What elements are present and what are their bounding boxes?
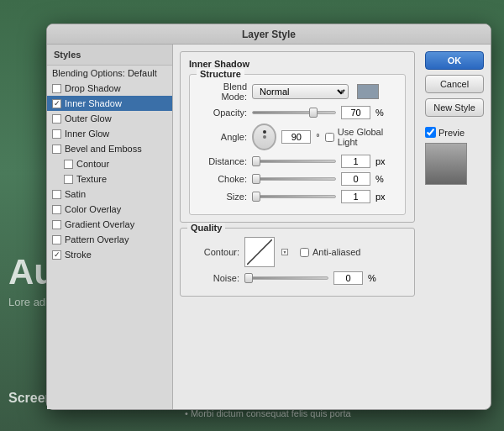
preview-checkbox[interactable] [425,127,436,138]
sidebar-item-color-overlay[interactable]: Color Overlay [47,202,172,217]
anti-aliased-label: Anti-aliased [312,247,360,257]
pattern-overlay-checkbox[interactable] [52,235,61,244]
new-style-button[interactable]: New Style [425,98,484,117]
sidebar-item-inner-shadow[interactable]: Inner Shadow [47,96,172,111]
blend-mode-select-wrapper: Normal Multiply Screen ▼ [252,84,349,99]
structure-subsection: Structure Blend Mode: Normal Multiply Sc… [189,74,406,215]
choke-slider-thumb[interactable] [252,174,260,184]
stroke-label: Stroke [65,250,92,260]
noise-slider-track[interactable] [244,272,328,284]
distance-row: Distance: 1 px [197,155,398,168]
sidebar-item-inner-glow[interactable]: Inner Glow [47,126,172,141]
noise-slider-bg [244,276,328,280]
inner-glow-checkbox[interactable] [52,129,61,139]
dialog-title-bar: Layer Style [47,24,491,45]
color-overlay-checkbox[interactable] [52,205,61,214]
choke-input[interactable]: 0 [341,172,370,186]
preview-section: Previe [425,127,484,138]
dialog-title: Layer Style [242,29,296,40]
size-input[interactable]: 1 [341,190,370,203]
distance-input[interactable]: 1 [341,155,370,168]
opacity-slider-track[interactable] [252,107,336,118]
pattern-overlay-label: Pattern Overlay [65,234,129,244]
noise-row: Noise: 0 % [189,271,406,285]
sidebar-item-gradient-overlay[interactable]: Gradient Overlay [47,217,172,232]
styles-panel-title: Styles [47,45,172,66]
ok-button[interactable]: OK [425,51,484,70]
angle-input[interactable]: 90 [281,130,311,144]
angle-unit: ° [316,132,319,142]
contour-quality-label: Contour: [189,247,239,257]
buttons-column: OK Cancel New Style Previe [422,45,491,409]
sidebar-item-drop-shadow[interactable]: Drop Shadow [47,81,172,96]
opacity-label: Opacity: [197,108,247,118]
distance-label: Distance: [197,156,247,166]
size-slider-thumb[interactable] [252,192,260,202]
contour-arrow-icon[interactable]: ▼ [281,249,288,255]
sidebar-item-outer-glow[interactable]: Outer Glow [47,111,172,126]
distance-slider-track[interactable] [252,155,336,167]
bevel-emboss-checkbox[interactable] [52,145,61,154]
anti-aliased-wrap: Anti-aliased [300,247,360,257]
anti-aliased-checkbox[interactable] [300,248,309,257]
contour-checkbox[interactable] [64,160,73,169]
sidebar-item-bevel-emboss[interactable]: Bevel and Emboss [47,141,172,156]
color-overlay-label: Color Overlay [65,204,121,214]
angle-dial[interactable] [252,124,276,150]
size-unit: px [375,192,386,202]
contour-thumbnail[interactable] [244,237,275,267]
preview-box [425,143,467,185]
use-global-light-checkbox[interactable] [325,133,334,142]
blend-mode-row: Blend Mode: Normal Multiply Screen ▼ [197,81,398,102]
distance-unit: px [375,156,386,166]
sidebar-item-pattern-overlay[interactable]: Pattern Overlay [47,232,172,247]
opacity-slider-thumb[interactable] [309,108,318,118]
opacity-slider-bg [252,111,336,114]
opacity-input[interactable]: 70 [341,106,370,119]
dial-dot [263,130,266,134]
cancel-button[interactable]: Cancel [425,75,484,93]
angle-row: Angle: 90 ° Use Global Light [197,124,398,150]
sidebar-item-contour[interactable]: Contour [47,156,172,171]
right-panel: Inner Shadow Structure Blend Mode: Norma… [173,45,422,409]
size-slider-bg [252,195,336,198]
opacity-row: Opacity: 70 % [197,106,398,119]
sidebar-item-satin[interactable]: Satin [47,187,172,202]
inner-shadow-section: Inner Shadow Structure Blend Mode: Norma… [180,51,415,223]
quality-section: Quality Contour: ▼ [180,228,415,297]
distance-slider-bg [252,160,336,163]
dialog-body: Styles Blending Options: Default Drop Sh… [47,45,491,409]
bevel-emboss-label: Bevel and Emboss [65,144,142,154]
contour-svg-icon [247,239,272,265]
angle-label: Angle: [197,132,247,142]
noise-slider-thumb[interactable] [244,273,253,283]
drop-shadow-label: Drop Shadow [65,83,121,93]
noise-input[interactable]: 0 [333,271,363,285]
noise-unit: % [368,273,376,283]
texture-label: Texture [76,174,107,184]
blending-options-label: Blending Options: Default [52,68,157,78]
sidebar-item-texture[interactable]: Texture [47,171,172,187]
stroke-checkbox[interactable] [52,250,61,260]
inner-shadow-checkbox[interactable] [52,99,61,108]
size-label: Size: [197,192,247,202]
outer-glow-checkbox[interactable] [52,114,61,124]
choke-slider-track[interactable] [252,173,336,185]
layer-style-dialog: Layer Style Styles Blending Options: Def… [46,24,491,410]
distance-slider-thumb[interactable] [252,156,260,166]
blend-mode-color-swatch[interactable] [357,84,379,99]
sidebar-item-blending-options[interactable]: Blending Options: Default [47,66,172,81]
sidebar-item-stroke[interactable]: Stroke [47,247,172,262]
size-row: Size: 1 px [197,190,398,203]
satin-checkbox[interactable] [52,190,61,199]
structure-label: Structure [197,69,244,79]
dial-center [263,135,266,139]
texture-checkbox[interactable] [64,175,73,184]
drop-shadow-checkbox[interactable] [52,84,61,93]
gradient-overlay-checkbox[interactable] [52,220,61,229]
blend-mode-select[interactable]: Normal Multiply Screen [252,84,349,99]
size-slider-track[interactable] [252,191,336,202]
use-global-light-wrap: Use Global Light [325,127,398,147]
satin-label: Satin [65,189,86,199]
choke-label: Choke: [197,174,247,184]
